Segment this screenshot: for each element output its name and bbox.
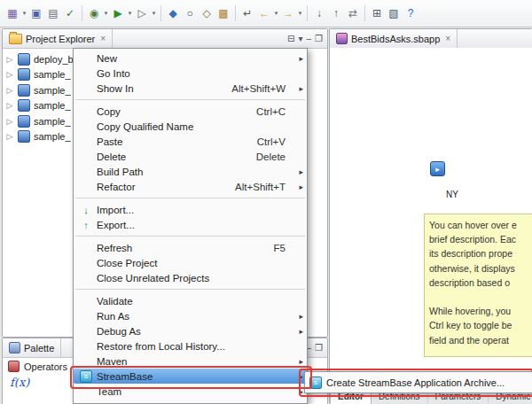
menu-item-refresh[interactable]: Refresh F5 [74,240,307,255]
close-icon[interactable]: × [100,34,106,43]
menu-item-export[interactable]: ↑ Export... [74,217,307,232]
forward-dropdown-icon[interactable]: ▾ [297,10,303,17]
save-icon[interactable]: ▣ [28,5,44,21]
note-line: otherwise, it displays [429,261,532,276]
last-edit-location-icon[interactable]: ↵ [239,5,255,21]
main-toolbar: ▦ ▾ ▣ ▤ ✓ ◉ ▾ ▶ ▾ ▷ ▾ ◆ ○ ◇ ▩ ↵ ← ▾ → ▾ … [0,0,532,27]
menu-label: Create StreamBase Application Archive... [326,377,505,388]
chevron-right-icon[interactable]: ▷ [5,86,14,95]
export-icon: ↑ [79,220,93,230]
new-wizard-dropdown-icon[interactable]: ▾ [21,10,27,17]
tab-project-explorer[interactable]: Project Explorer × [3,29,113,48]
menu-item-copy[interactable]: Copy Ctrl+C [74,104,307,119]
menu-item-copy-qualified-name[interactable]: Copy Qualified Name [74,119,307,134]
run-dropdown-icon[interactable]: ▾ [127,10,133,17]
editor-panel: BestBidsAsks.sbapp × ▸ NY You can hover … [329,28,532,404]
external-tools-icon[interactable]: ▷ [134,5,150,21]
forward-icon[interactable]: → [280,5,296,21]
folder-icon [9,34,22,44]
menu-item-paste[interactable]: Paste Ctrl+V [74,134,307,149]
menu-item-new[interactable]: New ▸ [74,50,307,66]
menu-item-create-streambase-application-archive[interactable]: s Create StreamBase Application Archive.… [309,377,505,389]
collapse-all-icon[interactable]: ⊞ [369,5,385,21]
menu-label: Restore from Local History... [97,341,303,352]
menu-item-delete[interactable]: Delete Delete [74,149,307,164]
run-icon[interactable]: ▶ [110,5,126,21]
new-wizard-icon[interactable]: ▦ [4,5,20,21]
fx-label: f(x) [10,376,29,389]
open-element-icon[interactable]: ◇ [199,5,215,21]
note-line: You can hover over e [429,218,532,232]
minimize-view-icon[interactable]: – [306,35,311,43]
external-tools-dropdown-icon[interactable]: ▾ [151,10,157,17]
menu-separator [75,289,305,290]
menu-item-streambase[interactable]: s StreamBase ▸ [74,369,307,384]
debug-dropdown-icon[interactable]: ▾ [103,10,109,17]
menu-label: Refresh [97,243,274,253]
maximize-view-icon[interactable]: ❐ [315,344,323,353]
menu-item-build-path[interactable]: Build Path ▸ [74,164,307,179]
mark-occurrences-icon[interactable]: ▩ [215,5,231,21]
menu-shortcut: Ctrl+C [256,106,286,117]
operators-icon [8,361,20,372]
typecheck-icon[interactable]: ✓ [62,5,78,21]
menu-item-close-project[interactable]: Close Project [74,255,307,270]
menu-item-import[interactable]: ↓ Import... [74,202,307,217]
toolbar-separator [160,5,161,21]
chevron-right-icon[interactable]: ▷ [5,132,14,141]
menu-item-debug-as[interactable]: Debug As ▸ [74,323,307,338]
menu-label: Debug As [97,326,294,337]
menu-item-maven[interactable]: Maven ▸ [74,354,307,369]
outline-icon[interactable]: ▧ [386,5,402,21]
new-server-icon[interactable]: ◆ [165,5,181,21]
hover-help-note: You can hover over e brief description. … [424,214,532,357]
back-icon[interactable]: ← [256,5,272,21]
tab-palette[interactable]: Palette [3,338,61,357]
toolbar-separator [235,5,236,21]
close-icon[interactable]: × [445,34,450,43]
menu-shortcut: Alt+Shift+T [235,182,286,192]
streambase-icon: s [79,370,93,383]
chevron-right-icon[interactable]: ▷ [5,70,14,79]
tab-bestbidsasks[interactable]: BestBidsAsks.sbapp × [330,29,458,48]
chevron-right-icon[interactable]: ▷ [5,101,14,110]
menu-label: Build Path [97,167,294,177]
next-annotation-icon[interactable]: ↓ [311,5,327,21]
editor-canvas[interactable]: ▸ NY You can hover over e brief descript… [330,48,532,387]
help-icon[interactable]: ? [403,5,419,21]
view-menu-icon[interactable]: ▾ [298,35,302,43]
chevron-right-icon[interactable]: ▷ [5,55,14,64]
palette-title: Palette [24,343,54,354]
menu-label: StreamBase [97,371,294,382]
chevron-right-icon[interactable]: ▷ [5,117,14,126]
palette-icon [9,342,20,354]
menu-label: Show In [97,83,231,94]
submenu-arrow-icon: ▸ [294,312,303,321]
search-icon[interactable]: ○ [182,5,198,21]
menu-label: Import... [97,205,303,215]
menu-separator [75,236,305,237]
menu-item-validate[interactable]: Validate [74,293,307,308]
collapse-all-icon[interactable]: ⊟ [287,35,294,43]
menu-item-close-unrelated-projects[interactable]: Close Unrelated Projects [74,270,307,285]
menu-label: Maven [97,356,294,367]
print-icon[interactable]: ▤ [45,5,61,21]
menu-item-team[interactable]: Team ▸ [74,384,307,399]
menu-label: Close Project [97,258,303,268]
palette-toolbar: – ❐ [306,344,327,353]
menu-item-refactor[interactable]: Refactor Alt+Shift+T ▸ [74,179,307,194]
menu-item-go-into[interactable]: Go Into [74,66,307,81]
menu-item-run-as[interactable]: Run As ▸ [74,308,307,323]
maximize-view-icon[interactable]: ❐ [315,35,323,43]
menu-item-show-in[interactable]: Show In Alt+Shift+W ▸ [74,81,307,96]
debug-icon[interactable]: ◉ [86,5,102,21]
toolbar-separator [82,5,82,21]
back-dropdown-icon[interactable]: ▾ [273,10,279,17]
previous-annotation-icon[interactable]: ↑ [328,5,344,21]
operators-label: Operators [24,361,67,372]
input-stream-icon[interactable]: ▸ [430,161,445,176]
editor-tab-bar: BestBidsAsks.sbapp × [330,29,532,49]
submenu-arrow-icon: ▸ [294,84,303,93]
menu-item-restore-from-local-history[interactable]: Restore from Local History... [74,338,307,354]
link-with-editor-icon[interactable]: ⇄ [345,5,361,21]
